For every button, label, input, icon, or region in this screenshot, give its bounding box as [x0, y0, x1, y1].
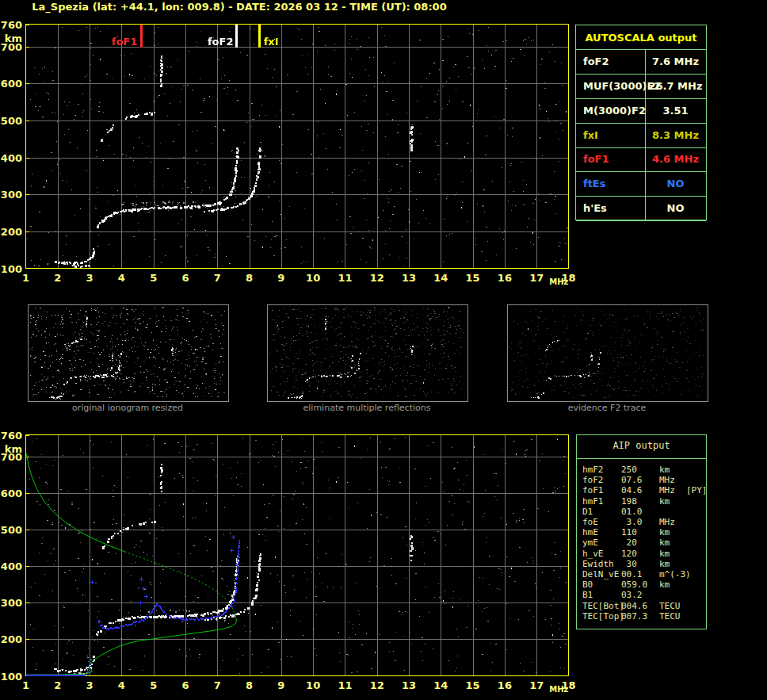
aip-row-hmf2: hmF2250km	[577, 465, 706, 475]
x-tick-label: 9	[271, 272, 292, 284]
aip-output-table: AIP output hmF2250kmfoF207.6MHzfoF104.6M…	[576, 434, 707, 629]
x-tick-label: 5	[143, 679, 164, 691]
top-ionogram-plot	[25, 24, 569, 269]
x-axis-unit-label: MHz	[549, 277, 568, 286]
aip-header-divider	[577, 458, 706, 459]
aip-row-unit: km	[659, 559, 670, 569]
aip-row-label: D1	[582, 507, 593, 517]
aip-row-unit: km	[659, 527, 670, 537]
x-tick-label: 5	[143, 272, 164, 284]
x-tick-label: 4	[111, 679, 132, 691]
y-tick-label: 100	[0, 263, 22, 275]
aip-row-fof2: foF207.6MHz	[577, 475, 706, 485]
autoscala-row-label: foF1	[583, 147, 609, 171]
x-tick-label: 10	[303, 679, 323, 691]
y-tick-label: 300	[0, 189, 22, 201]
autoscala-row-value: 26.7 MHz	[645, 75, 706, 98]
aip-row-delnve: DelN_vE00.1m^(-3)	[577, 569, 706, 580]
aip-row-label: TEC[Top]	[582, 611, 624, 622]
y-tick-label: 760	[0, 19, 22, 31]
aip-row-label: foE	[582, 517, 598, 527]
aip-row-label: h_vE	[582, 549, 604, 559]
aip-table-header: AIP output	[577, 440, 706, 451]
aip-row-label: ymE	[582, 537, 598, 548]
aip-row-label: hmF1	[582, 496, 604, 507]
aip-row-tectop: TEC[Top]007.3TECU	[577, 611, 706, 622]
x-tick-label: 3	[79, 272, 100, 284]
aip-row-unit: km	[659, 580, 670, 590]
x-tick-label: 16	[494, 679, 515, 691]
aip-row-label: foF1	[582, 485, 604, 495]
autoscala-output-table: AUTOSCALA output foF27.6 MHzMUF(3000)F22…	[575, 25, 707, 220]
x-tick-label: 14	[430, 679, 451, 691]
aip-row-value: 20	[621, 537, 653, 548]
aip-row-hme: hmE110km	[577, 527, 706, 537]
y-tick-label: 600	[0, 78, 22, 90]
aip-row-label: B1	[582, 590, 593, 600]
station-title: La_Spezia (lat: +44.1, lon: 009.8) - DAT…	[0, 1, 479, 13]
aip-row-foe: foE 3.0MHz	[577, 517, 706, 527]
aip-row-value: 00.1	[621, 569, 653, 580]
autoscala-row-m3000f2: M(3000)F23.51	[576, 99, 706, 124]
autoscala-row-label: foF2	[583, 50, 609, 74]
x-tick-label: 12	[367, 679, 387, 691]
panel-eliminate-canvas	[268, 305, 466, 400]
x-tick-label: 11	[334, 272, 355, 284]
aip-row-label: hmE	[582, 527, 598, 537]
aip-row-unit: km	[659, 549, 670, 559]
panel-original-ionogram	[28, 304, 229, 402]
y-tick-label: 400	[0, 152, 22, 164]
marker-label-foF1: foF1	[112, 36, 138, 48]
x-tick-label: 6	[175, 272, 196, 284]
y-tick-label: 100	[0, 671, 22, 683]
autoscala-row-value: NO	[645, 197, 706, 220]
x-tick-label: 7	[207, 272, 227, 284]
bottom-ionogram-plot	[25, 434, 569, 676]
y-tick-label: 200	[0, 226, 22, 238]
autoscala-row-label: h'Es	[583, 197, 607, 220]
aip-row-note: [PY]	[686, 485, 708, 495]
y-tick-label: 500	[0, 115, 22, 127]
aip-row-value: 110	[621, 527, 653, 537]
aip-row-unit: MHz	[659, 475, 675, 485]
x-tick-label: 9	[271, 679, 292, 691]
aip-row-value: 004.6	[621, 601, 653, 611]
marker-label-foF2: foF2	[208, 36, 234, 48]
panel-original-canvas	[29, 305, 227, 400]
x-tick-label: 4	[111, 272, 132, 284]
autoscala-window: La_Spezia (lat: +44.1, lon: 009.8) - DAT…	[0, 0, 767, 700]
autoscala-row-muf3000f2: MUF(3000)F226.7 MHz	[576, 75, 706, 99]
aip-row-hmf1: hmF1198km	[577, 496, 706, 507]
aip-row-label: Ewidth	[582, 559, 614, 569]
aip-row-value: 007.3	[621, 611, 653, 622]
x-tick-label: 14	[430, 272, 451, 284]
autoscala-row-value: 4.6 MHz	[645, 147, 706, 171]
x-tick-label: 8	[239, 679, 260, 691]
aip-row-unit: km	[659, 496, 670, 507]
aip-row-d1: D101.0	[577, 507, 706, 517]
x-tick-label: 7	[207, 679, 227, 691]
caption-original-ionogram: original ionogram resized	[28, 403, 227, 413]
aip-row-value: 250	[621, 465, 653, 475]
caption-evidence-f2: evidence F2 trace	[507, 403, 707, 413]
aip-row-label: hmF2	[582, 465, 604, 475]
autoscala-row-value: 7.6 MHz	[645, 50, 706, 74]
aip-row-value: 30	[621, 559, 653, 569]
autoscala-row-value: 8.3 MHz	[645, 124, 706, 147]
x-tick-label: 11	[334, 679, 355, 691]
x-tick-label: 10	[303, 272, 323, 284]
aip-row-fof1: foF104.6MHz[PY]	[577, 485, 706, 495]
autoscala-row-value: NO	[645, 172, 706, 196]
x-tick-label: 17	[526, 272, 547, 284]
autoscala-row-fof2: foF27.6 MHz	[576, 50, 706, 75]
aip-row-ewidth: Ewidth 30km	[577, 559, 706, 569]
autoscala-row-label: fxI	[583, 124, 598, 147]
caption-eliminate-reflections: eliminate multiple reflections	[267, 403, 467, 413]
x-tick-label: 2	[48, 679, 68, 691]
y-tick-label: 200	[0, 633, 22, 645]
x-tick-label: 6	[175, 679, 196, 691]
aip-row-yme: ymE 20km	[577, 537, 706, 548]
autoscala-row-ftes: ftEsNO	[576, 172, 706, 197]
x-axis-unit-label: MHz	[549, 685, 568, 694]
aip-row-unit: TECU	[659, 611, 681, 622]
